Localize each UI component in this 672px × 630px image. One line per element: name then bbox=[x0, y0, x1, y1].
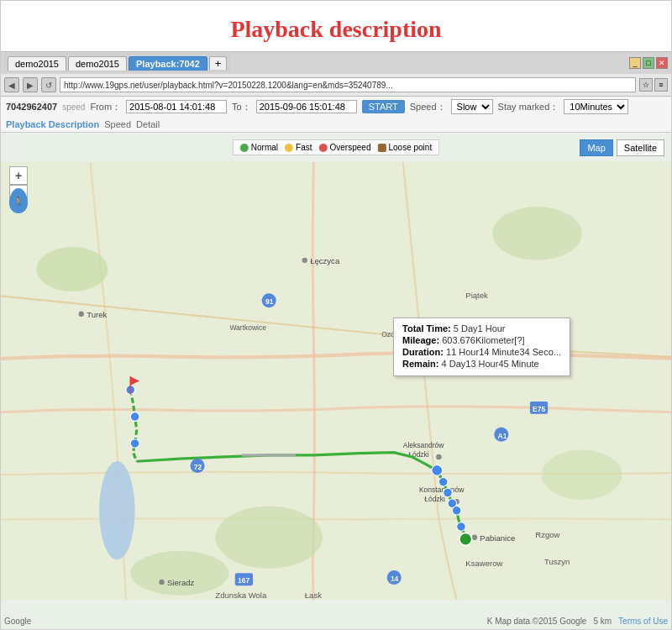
stay-marked-label: Stay marked： bbox=[498, 101, 559, 113]
svg-point-38 bbox=[452, 506, 461, 515]
svg-text:E75: E75 bbox=[533, 405, 545, 413]
from-input[interactable] bbox=[126, 100, 227, 113]
total-time-row: Total Time: 5 Day1 Hour bbox=[402, 323, 561, 333]
legend-fast: Fast bbox=[285, 143, 312, 152]
browser-actions: ☆ ≡ bbox=[639, 78, 668, 92]
map-attribution-right: K Map data ©2015 Google 5 km Terms of Us… bbox=[487, 617, 668, 626]
speed-select[interactable]: Slow bbox=[451, 99, 493, 114]
toolbar: 7042962407 speed From： To： START Speed： … bbox=[1, 97, 671, 133]
svg-point-35 bbox=[438, 477, 448, 486]
to-input[interactable] bbox=[256, 100, 357, 113]
svg-text:91: 91 bbox=[265, 297, 274, 306]
mileage-row: Mileage: 603.676Kilometer[?] bbox=[402, 335, 561, 345]
forward-btn[interactable]: ▶ bbox=[23, 77, 38, 92]
svg-text:72: 72 bbox=[194, 463, 202, 471]
playback-desc-label: Playback Description bbox=[6, 119, 99, 129]
settings-btn[interactable]: ≡ bbox=[654, 78, 668, 92]
duration-row: Duration: 11 Hour14 Minute34 Seco... bbox=[402, 347, 561, 357]
duration-label: Duration: bbox=[402, 347, 444, 357]
map-container[interactable]: Turek Łęczyca Zgierz Sieradz Pabianice A… bbox=[1, 133, 671, 629]
svg-text:Tuszyn: Tuszyn bbox=[544, 557, 570, 566]
bookmark-btn[interactable]: ☆ bbox=[639, 78, 653, 92]
svg-point-5 bbox=[130, 551, 228, 596]
device-id: 7042962407 bbox=[6, 102, 57, 112]
remain-row: Remain: 4 Day13 Hour45 Minute bbox=[402, 359, 561, 369]
map-data-label: K Map data ©2015 Google bbox=[487, 617, 587, 626]
legend-loose-label: Loose point bbox=[388, 143, 432, 152]
svg-text:Turek: Turek bbox=[87, 310, 107, 319]
pegman-control[interactable]: 🚶 bbox=[9, 188, 28, 213]
legend-loose-dot bbox=[377, 144, 386, 152]
svg-point-9 bbox=[302, 258, 307, 263]
svg-point-7 bbox=[79, 312, 84, 317]
window-minimize-btn[interactable]: _ bbox=[629, 57, 641, 69]
legend-fast-label: Fast bbox=[296, 143, 312, 152]
svg-point-4 bbox=[542, 449, 622, 500]
window-buttons: _ □ ✕ bbox=[629, 57, 668, 69]
browser-address-bar: ◀ ▶ ↺ ☆ ≡ bbox=[1, 74, 671, 96]
speed-tab[interactable]: Speed bbox=[104, 119, 131, 129]
svg-text:14: 14 bbox=[391, 575, 399, 583]
total-time-value: 5 Day1 Hour bbox=[454, 323, 506, 333]
svg-point-13 bbox=[159, 580, 164, 585]
detail-tab[interactable]: Detail bbox=[136, 119, 160, 129]
total-time-label: Total Time: bbox=[402, 323, 451, 333]
svg-text:Aleksandrów: Aleksandrów bbox=[403, 441, 445, 449]
legend-overspeed: Overspeed bbox=[319, 143, 371, 152]
legend-normal-label: Normal bbox=[251, 143, 278, 152]
terms-label[interactable]: Terms of Use bbox=[618, 617, 668, 626]
refresh-btn[interactable]: ↺ bbox=[41, 77, 56, 92]
svg-text:Łęczyca: Łęczyca bbox=[310, 256, 340, 265]
from-label: From： bbox=[90, 101, 121, 113]
svg-text:Wartkowice: Wartkowice bbox=[229, 323, 266, 332]
tab-playback[interactable]: Playback:7042 bbox=[129, 56, 207, 71]
legend-loose: Loose point bbox=[377, 143, 432, 152]
info-popup: Total Time: 5 Day1 Hour Mileage: 603.676… bbox=[393, 318, 570, 376]
svg-point-42 bbox=[459, 533, 472, 545]
legend-bar: Normal Fast Overspeed Loose point bbox=[233, 139, 439, 155]
svg-point-36 bbox=[444, 488, 453, 497]
tab-demo2015-2[interactable]: demo2015 bbox=[68, 56, 127, 71]
svg-text:Ksawerow: Ksawerow bbox=[465, 559, 502, 568]
browser-tabs: demo2015 demo2015 Playback:7042 + bbox=[4, 54, 230, 72]
svg-point-39 bbox=[457, 522, 466, 532]
svg-text:Łask: Łask bbox=[305, 591, 322, 600]
svg-point-3 bbox=[215, 506, 323, 568]
svg-text:Piątek: Piątek bbox=[465, 291, 488, 300]
window-maximize-btn[interactable]: □ bbox=[643, 57, 654, 69]
svg-point-15 bbox=[472, 535, 477, 540]
svg-text:A1: A1 bbox=[498, 432, 507, 440]
legend-overspeed-dot bbox=[319, 144, 328, 152]
start-btn[interactable]: START bbox=[362, 100, 405, 113]
mileage-label: Mileage: bbox=[402, 335, 439, 345]
stay-marked-select[interactable]: 10Minutes bbox=[564, 99, 628, 114]
svg-point-33 bbox=[130, 439, 139, 449]
legend-normal-dot bbox=[240, 144, 249, 152]
speed-label: Speed： bbox=[410, 101, 446, 113]
map-view-btn[interactable]: Map bbox=[580, 139, 612, 156]
svg-point-34 bbox=[432, 465, 443, 476]
duration-value: 11 Hour14 Minute34 Seco... bbox=[446, 347, 561, 357]
zoom-in-btn[interactable]: + bbox=[9, 166, 28, 185]
browser-top-bar: demo2015 demo2015 Playback:7042 + _ □ ✕ bbox=[1, 52, 671, 74]
to-label: To： bbox=[232, 101, 251, 113]
mileage-value: 603.676Kilometer[?] bbox=[442, 335, 524, 345]
satellite-view-btn[interactable]: Satellite bbox=[617, 139, 664, 156]
svg-text:Pabianice: Pabianice bbox=[480, 533, 515, 543]
address-input[interactable] bbox=[60, 77, 636, 92]
tab-demo2015-1[interactable]: demo2015 bbox=[8, 56, 66, 71]
map-view-controls: Map Satellite bbox=[580, 139, 664, 156]
legend-fast-dot bbox=[285, 144, 293, 152]
back-btn[interactable]: ◀ bbox=[4, 77, 19, 92]
svg-point-17 bbox=[436, 454, 441, 459]
tab-new[interactable]: + bbox=[209, 56, 228, 70]
svg-point-6 bbox=[99, 461, 135, 559]
remain-value: 4 Day13 Hour45 Minute bbox=[442, 359, 539, 369]
page-title: Playback description bbox=[1, 16, 671, 43]
map-google-attribution: Google bbox=[4, 617, 31, 626]
legend-normal: Normal bbox=[240, 143, 278, 152]
title-area: Playback description bbox=[1, 1, 671, 51]
svg-point-1 bbox=[37, 247, 108, 291]
window-close-btn[interactable]: ✕ bbox=[656, 57, 668, 69]
legend-overspeed-label: Overspeed bbox=[330, 143, 371, 152]
